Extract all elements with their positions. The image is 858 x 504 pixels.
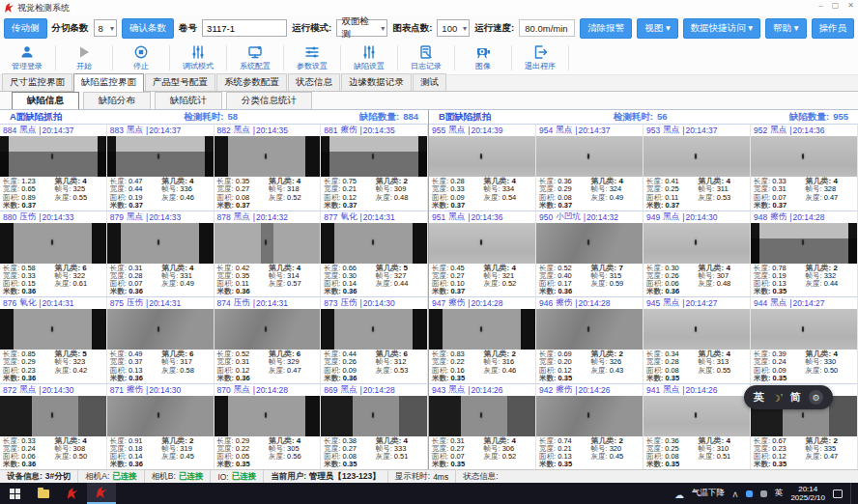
subtab-defect-distribution[interactable]: 缺陷分布 <box>83 92 151 110</box>
inspection-app-active-button[interactable] <box>87 483 116 504</box>
subtab-defect-statistics[interactable]: 缺陷统计 <box>155 92 222 110</box>
ime-language-bar[interactable]: 英 简 <box>744 385 833 409</box>
defect-image[interactable] <box>644 136 750 177</box>
defect-cell[interactable]: 878黑点20:14:32长度: 0.42宽度: 0.35面积: 0.11米数:… <box>214 210 322 297</box>
show-desktop-button[interactable] <box>850 483 854 504</box>
defect-image[interactable] <box>536 396 643 436</box>
defect-image[interactable] <box>429 223 535 264</box>
defect-cell[interactable]: 881擦伤20:14:35长度: 0.75宽度: 0.21面积: 0.12米数:… <box>321 124 428 210</box>
roll-number-input[interactable] <box>202 19 287 37</box>
defect-image[interactable] <box>214 223 321 264</box>
defect-image[interactable] <box>0 136 106 177</box>
defect-image[interactable] <box>0 396 106 436</box>
defect-image[interactable] <box>214 136 321 177</box>
defect-image[interactable] <box>107 136 214 177</box>
defect-image[interactable] <box>321 136 427 177</box>
clock[interactable]: 20:14 2025/2/10 <box>790 485 825 502</box>
operator-button[interactable]: 操作员 <box>812 18 855 39</box>
defect-image[interactable] <box>536 223 643 264</box>
subtab-class-info-statistics[interactable]: 分类信息统计 <box>226 92 312 110</box>
defect-image[interactable] <box>107 223 214 264</box>
defect-settings-button[interactable]: 缺陷设置 <box>344 42 394 74</box>
defect-image[interactable] <box>644 223 750 264</box>
defect-image[interactable] <box>214 396 321 436</box>
defect-cell[interactable]: 941黑点20:14:26长度: 0.36宽度: 0.25面积: 0.08米数:… <box>644 383 751 470</box>
file-explorer-button[interactable] <box>29 483 58 504</box>
defect-cell[interactable]: 945黑点20:14:27长度: 0.34宽度: 0.28面积: 0.08米数:… <box>644 296 751 383</box>
defect-cell[interactable]: 873压伤20:14:30长度: 0.44宽度: 0.26面积: 0.09米数:… <box>321 296 428 383</box>
weather-text[interactable]: 气温下降 <box>692 488 725 499</box>
inspection-app-button[interactable] <box>58 483 87 504</box>
defect-cell[interactable]: 880压伤20:14:33长度: 0.58宽度: 0.33面积: 0.15米数:… <box>0 210 107 297</box>
subtab-defect-info[interactable]: 缺陷信息 <box>12 92 79 110</box>
close-button[interactable]: ✕ <box>847 1 854 10</box>
tray-expand-icon[interactable] <box>732 485 738 502</box>
help-menu-button[interactable]: 帮助 ▾ <box>765 18 806 39</box>
defect-cell[interactable]: 884黑点20:14:37长度: 1.23宽度: 0.65面积: 0.89米数:… <box>0 124 107 210</box>
defect-cell[interactable]: 955黑点20:14:39长度: 0.28宽度: 0.33面积: 0.09米数:… <box>429 124 536 210</box>
defect-cell[interactable]: 949黑点20:14:30长度: 0.30宽度: 0.26面积: 0.06米数:… <box>644 210 751 297</box>
ime-simplified-toggle[interactable]: 简 <box>790 390 801 405</box>
defect-cell[interactable]: 947擦伤20:14:28长度: 0.83宽度: 0.22面积: 0.16米数:… <box>429 296 536 383</box>
defect-image[interactable] <box>751 223 857 264</box>
defect-cell[interactable]: 874压伤20:14:31长度: 0.52宽度: 0.31面积: 0.12米数:… <box>214 296 322 383</box>
tab-test[interactable]: 测试 <box>413 73 446 91</box>
stop-button[interactable]: 停止 <box>116 42 166 74</box>
defect-image[interactable] <box>644 396 750 436</box>
defect-cell[interactable]: 948擦伤20:14:28长度: 0.78宽度: 0.19面积: 0.13米数:… <box>751 210 858 297</box>
defect-image[interactable] <box>429 136 535 177</box>
defect-cell[interactable]: 953黑点20:14:37长度: 0.41宽度: 0.25面积: 0.11米数:… <box>644 124 751 210</box>
defect-cell[interactable]: 875压伤20:14:31长度: 0.49宽度: 0.37面积: 0.13米数:… <box>107 296 214 383</box>
defect-image[interactable] <box>429 396 535 436</box>
defect-image[interactable] <box>751 309 857 350</box>
defect-cell[interactable]: 877氧化20:14:31长度: 0.66宽度: 0.30面积: 0.14米数:… <box>321 210 428 297</box>
tab-product-model-config[interactable]: 产品型号配置 <box>145 73 215 91</box>
ime-english-toggle[interactable]: 英 <box>754 390 764 405</box>
debug-mode-button[interactable]: 调试模式 <box>173 42 223 74</box>
tab-defect-monitor[interactable]: 缺陷监控界面 <box>73 73 144 92</box>
defect-cell[interactable]: 950小凹坑20:14:32长度: 0.52宽度: 0.40面积: 0.17米数… <box>536 210 644 297</box>
start-button[interactable] <box>0 483 29 504</box>
param-settings-button[interactable]: 参数设置 <box>287 42 337 74</box>
maximize-button[interactable]: ▢ <box>832 1 840 10</box>
defect-cell[interactable]: 944黑点20:14:27长度: 0.39宽度: 0.24面积: 0.09米数:… <box>751 296 858 383</box>
slit-count-select[interactable]: 8 <box>94 19 118 37</box>
tray-app-icon[interactable] <box>746 490 753 497</box>
clear-alarm-button[interactable]: 清除报警 <box>580 18 632 39</box>
defect-image[interactable] <box>321 396 427 436</box>
image-view-button[interactable]: 图像 <box>458 42 508 74</box>
weather-icon[interactable] <box>674 485 684 502</box>
notification-center-icon[interactable] <box>833 490 843 498</box>
defect-image[interactable] <box>214 309 321 350</box>
defect-image[interactable] <box>321 223 427 264</box>
admin-login-button[interactable]: 管理登录 <box>2 42 52 74</box>
defect-cell[interactable]: 951黑点20:14:36长度: 0.45宽度: 0.27面积: 0.10米数:… <box>429 210 536 297</box>
defect-image[interactable] <box>751 136 857 177</box>
defect-image[interactable] <box>536 309 643 350</box>
defect-image[interactable] <box>107 396 214 436</box>
drive-side-button[interactable]: 传动侧 <box>4 18 47 39</box>
defect-cell[interactable]: 946擦伤20:14:28长度: 0.69宽度: 0.20面积: 0.12米数:… <box>536 296 644 383</box>
defect-cell[interactable]: 871擦伤20:14:30长度: 0.91宽度: 0.18面积: 0.14米数:… <box>107 383 214 470</box>
defect-cell[interactable]: 942擦伤20:14:26长度: 0.74宽度: 0.21面积: 0.13米数:… <box>536 383 644 470</box>
defect-cell[interactable]: 954黑点20:14:37长度: 0.36宽度: 0.29面积: 0.08米数:… <box>536 124 644 210</box>
exit-program-button[interactable]: 退出程序 <box>515 42 565 74</box>
defect-image[interactable] <box>0 309 106 350</box>
tab-edge-data-record[interactable]: 边缘数据记录 <box>341 73 412 91</box>
defect-image[interactable] <box>644 309 750 350</box>
defect-cell[interactable]: 883黑点20:14:37长度: 0.47宽度: 0.44面积: 0.19米数:… <box>107 124 214 210</box>
defect-image[interactable] <box>107 309 214 350</box>
tab-status-info[interactable]: 状态信息 <box>288 73 340 91</box>
start-button[interactable]: 开始 <box>59 42 109 74</box>
tab-size-monitor[interactable]: 尺寸监控界面 <box>2 73 72 91</box>
defect-cell[interactable]: 872黑点20:14:30长度: 0.33宽度: 0.24面积: 0.06米数:… <box>0 383 107 470</box>
defect-image[interactable] <box>536 136 643 177</box>
view-menu-button[interactable]: 视图 ▾ <box>637 18 677 39</box>
confirm-slit-button[interactable]: 确认条数 <box>122 18 174 39</box>
tray-app-icon[interactable] <box>760 490 767 497</box>
defect-image[interactable] <box>321 309 427 350</box>
defect-cell[interactable]: 876氧化20:14:31长度: 0.85宽度: 0.29面积: 0.23米数:… <box>0 296 107 383</box>
minimize-button[interactable]: – <box>818 1 822 10</box>
log-record-button[interactable]: 日志记录 <box>401 42 451 74</box>
defect-image[interactable] <box>429 309 535 350</box>
